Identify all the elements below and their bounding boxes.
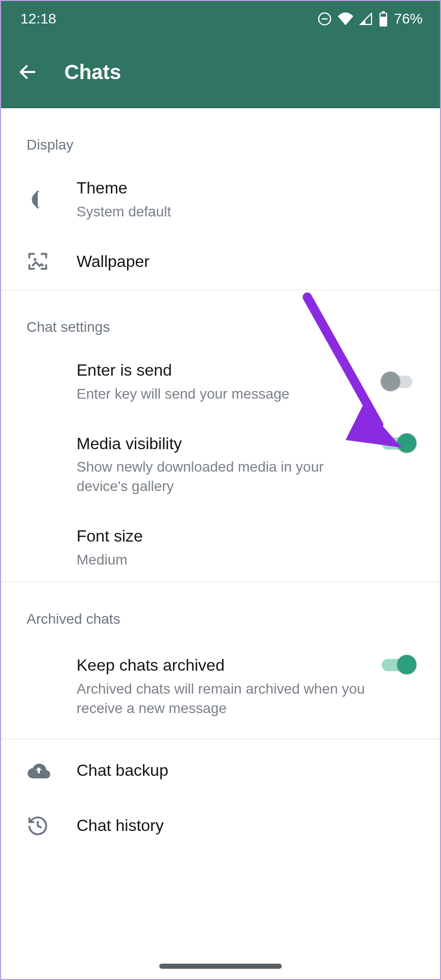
enter-is-send-title: Enter is send: [77, 360, 373, 381]
wallpaper-icon: [27, 250, 77, 273]
font-size-title: Font size: [77, 526, 406, 547]
media-visibility-title: Media visibility: [77, 433, 373, 455]
status-bar: 12:18 76%: [1, 1, 440, 37]
row-wallpaper[interactable]: Wallpaper: [1, 233, 440, 289]
svg-rect-2: [382, 11, 385, 13]
enter-is-send-subtitle: Enter key will send your message: [77, 384, 373, 404]
arrow-back-icon: [17, 62, 38, 82]
back-button[interactable]: [15, 60, 40, 84]
page-title: Chats: [64, 61, 121, 84]
signal-icon: [359, 12, 373, 26]
row-theme[interactable]: Theme System default: [1, 165, 440, 233]
enter-is-send-toggle[interactable]: [381, 372, 414, 392]
wallpaper-title: Wallpaper: [77, 251, 406, 273]
wifi-icon: [338, 12, 353, 26]
theme-title: Theme: [77, 178, 406, 199]
battery-icon: [379, 11, 388, 27]
section-header-display: Display: [1, 108, 440, 165]
keep-archived-title: Keep chats archived: [77, 655, 373, 676]
font-size-subtitle: Medium: [77, 550, 406, 570]
battery-percent: 76%: [394, 11, 423, 27]
app-bar: Chats: [1, 37, 440, 108]
keep-archived-subtitle: Archived chats will remain archived when…: [77, 679, 373, 718]
row-keep-archived[interactable]: Keep chats archived Archived chats will …: [1, 640, 440, 738]
chat-backup-title: Chat backup: [77, 760, 406, 781]
cloud-upload-icon: [27, 760, 77, 780]
section-header-archived: Archived chats: [1, 582, 440, 640]
status-time: 12:18: [20, 11, 56, 27]
section-header-chat-settings: Chat settings: [1, 290, 440, 348]
theme-icon: [27, 188, 77, 211]
nav-pill: [159, 964, 282, 969]
svg-point-6: [34, 258, 37, 261]
row-enter-is-send[interactable]: Enter is send Enter key will send your m…: [1, 348, 440, 415]
media-visibility-subtitle: Show newly downloaded media in your devi…: [77, 457, 373, 496]
history-icon: [27, 815, 77, 837]
row-media-visibility[interactable]: Media visibility Show newly downloaded m…: [1, 416, 440, 513]
chat-history-title: Chat history: [77, 815, 406, 837]
row-font-size[interactable]: Font size Medium: [1, 513, 440, 581]
status-right: 76%: [317, 11, 423, 27]
theme-subtitle: System default: [77, 202, 406, 222]
row-chat-backup[interactable]: Chat backup: [1, 740, 440, 797]
media-visibility-toggle[interactable]: [381, 433, 414, 454]
keep-archived-toggle[interactable]: [381, 655, 414, 675]
device-frame: 12:18 76% Chats Display: [0, 0, 441, 980]
row-chat-history[interactable]: Chat history: [1, 796, 440, 852]
dnd-icon: [317, 12, 332, 26]
content: Display Theme System default Wallpaper C…: [1, 108, 440, 852]
svg-rect-4: [381, 14, 386, 17]
